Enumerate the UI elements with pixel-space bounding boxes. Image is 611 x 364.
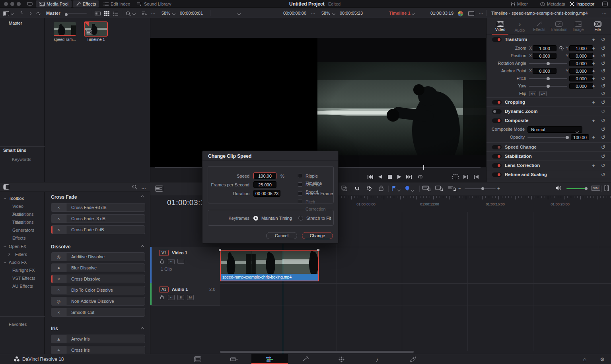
media-zoom-dropdown[interactable] bbox=[173, 8, 175, 18]
rotation-slider[interactable] bbox=[529, 63, 567, 64]
transition-item[interactable]: +Cross Iris bbox=[51, 346, 145, 354]
reset-icon[interactable]: ↺ bbox=[601, 116, 605, 125]
transition-item[interactable]: ●Blur Dissolve bbox=[51, 263, 145, 272]
transform-section-header[interactable]: Transform ◆ ↺ bbox=[486, 35, 611, 44]
video-track-badge[interactable]: V1 bbox=[159, 250, 169, 256]
media-page-button[interactable] bbox=[190, 355, 206, 364]
tab-transition[interactable]: Transition bbox=[549, 18, 568, 35]
pitch-slider[interactable] bbox=[529, 78, 567, 79]
zoom-in-button[interactable]: + bbox=[497, 186, 500, 191]
inspector-options-menu[interactable] bbox=[602, 8, 607, 18]
usage-filter-icon[interactable] bbox=[36, 8, 41, 18]
fusion-page-button[interactable] bbox=[298, 355, 313, 364]
marker-color-dropdown[interactable] bbox=[411, 187, 414, 192]
collapse-section-icon[interactable] bbox=[141, 245, 144, 248]
transition-item[interactable]: ×Cross Dissolve bbox=[51, 275, 145, 283]
loop-button[interactable] bbox=[417, 173, 424, 180]
anchor-y-input[interactable]: 0.000 bbox=[569, 68, 593, 74]
cropping-enable-toggle[interactable] bbox=[492, 100, 502, 105]
media-pool-options-menu[interactable] bbox=[151, 8, 156, 18]
clip-left-handle[interactable] bbox=[219, 249, 221, 251]
collapse-panels-button[interactable] bbox=[599, 0, 611, 8]
keyframe-icon[interactable]: ◆ bbox=[592, 67, 595, 75]
media-pool-toggle-button[interactable]: Media Pool bbox=[36, 0, 72, 8]
tree-item-open-fx[interactable]: Open FX bbox=[0, 242, 45, 250]
lens-correction-enable-toggle[interactable] bbox=[492, 163, 502, 168]
transition-item[interactable]: ∴Dip To Color Dissolve bbox=[51, 286, 145, 294]
snapping-button[interactable] bbox=[354, 185, 360, 192]
sort-button[interactable] bbox=[142, 8, 147, 18]
cropping-section-header[interactable]: Cropping ◆ ↺ bbox=[486, 97, 611, 106]
reset-icon[interactable]: ↺ bbox=[601, 98, 605, 107]
retime-scaling-enable-toggle[interactable] bbox=[492, 172, 502, 177]
media-zoom-level[interactable]: 58% bbox=[162, 8, 170, 18]
reset-icon[interactable]: ↺ bbox=[601, 75, 605, 82]
audio-monitor-button[interactable] bbox=[555, 185, 562, 192]
reset-icon[interactable]: ↺ bbox=[601, 126, 605, 133]
fairlight-page-button[interactable]: ♪ bbox=[369, 355, 385, 364]
reset-icon[interactable]: ↺ bbox=[601, 161, 605, 170]
timeline-clip[interactable]: speed-ramp-example-chris-boxing.mp4 bbox=[220, 250, 319, 281]
tree-item-audio-transitions[interactable]: Audio Transitions bbox=[0, 210, 45, 218]
window-minimize-button[interactable] bbox=[10, 2, 14, 6]
speed-change-section-header[interactable]: Speed Change ↺ bbox=[486, 142, 611, 151]
effects-toggle-button[interactable]: Effects bbox=[73, 0, 99, 8]
settings-button[interactable]: ⚙ bbox=[594, 355, 610, 364]
mark-in-button[interactable] bbox=[462, 173, 469, 180]
mixer-toggle-button[interactable]: Mixer bbox=[508, 0, 531, 8]
panel-layout-button[interactable] bbox=[3, 8, 9, 18]
stabilization-section-header[interactable]: Stabilization ↺ bbox=[486, 151, 611, 161]
meters-panel-button[interactable] bbox=[604, 185, 609, 192]
tree-item-titles[interactable]: Titles bbox=[0, 218, 45, 226]
dynamic-zoom-section-header[interactable]: Dynamic Zoom ↺ bbox=[486, 106, 611, 116]
reverse-speed-checkbox[interactable] bbox=[298, 182, 302, 187]
search-button[interactable] bbox=[126, 8, 131, 18]
transition-item[interactable]: ×Cross Fade +3 dB bbox=[51, 203, 145, 212]
collapse-section-icon[interactable] bbox=[141, 195, 144, 198]
keyframe-icon[interactable]: ◆ bbox=[592, 35, 595, 44]
video-track-header[interactable]: V1 Video 1 ‹› 1 Clip bbox=[150, 247, 220, 283]
transition-item[interactable]: ×Cross Fade -3 dB bbox=[51, 214, 145, 223]
cut-page-button[interactable] bbox=[226, 355, 242, 364]
effects-search-button[interactable] bbox=[132, 184, 137, 190]
keyframe-icon[interactable]: ◆ bbox=[592, 116, 595, 125]
maintain-timing-radio[interactable] bbox=[253, 216, 258, 221]
yaw-slider[interactable] bbox=[529, 86, 567, 87]
change-button[interactable]: Change bbox=[302, 232, 333, 239]
keyframe-icon[interactable]: ◆ bbox=[592, 52, 595, 60]
track-lock-button[interactable] bbox=[160, 294, 164, 300]
sound-library-toggle-button[interactable]: Sound Library bbox=[134, 0, 175, 8]
keyframe-icon[interactable]: ◆ bbox=[592, 161, 595, 170]
lens-correction-section-header[interactable]: Lens Correction ◆ ↺ bbox=[486, 161, 611, 170]
custom-zoom-button[interactable] bbox=[448, 186, 457, 192]
play-reverse-button[interactable] bbox=[377, 173, 384, 180]
keyframe-icon[interactable]: ◆ bbox=[592, 60, 595, 67]
dynamic-zoom-enable-toggle[interactable] bbox=[492, 109, 502, 114]
go-to-start-button[interactable] bbox=[367, 173, 374, 180]
tree-item-filters[interactable]: Filters bbox=[0, 250, 45, 258]
clip-right-handle[interactable] bbox=[317, 249, 319, 251]
retime-scaling-section-header[interactable]: Retime and Scaling ↺ bbox=[486, 170, 611, 179]
tab-image[interactable]: Image bbox=[568, 18, 588, 35]
color-page-button[interactable] bbox=[333, 355, 349, 364]
marker-button[interactable] bbox=[405, 186, 410, 192]
track-lock-button[interactable] bbox=[160, 259, 164, 264]
auto-select-button[interactable]: ‹› bbox=[168, 259, 175, 264]
tree-item-vst-effects[interactable]: VST Effects bbox=[0, 274, 45, 282]
play-button[interactable] bbox=[396, 173, 403, 180]
edit-index-toggle-button[interactable]: Edit Index bbox=[100, 0, 133, 8]
effects-panel-toggle-button[interactable] bbox=[3, 184, 9, 190]
track-destination-button[interactable] bbox=[177, 259, 184, 264]
volume-slider[interactable] bbox=[566, 188, 587, 189]
stretch-to-fit-radio[interactable] bbox=[298, 216, 303, 221]
flip-vertical-button[interactable]: ▴/▾ bbox=[539, 91, 547, 96]
stabilization-enable-toggle[interactable] bbox=[492, 154, 502, 159]
flag-button[interactable] bbox=[391, 186, 397, 192]
timeline-view-options-button[interactable] bbox=[155, 186, 163, 192]
reset-icon[interactable]: ↺ bbox=[601, 143, 605, 152]
window-close-button[interactable] bbox=[4, 2, 8, 6]
tree-item-au-effects[interactable]: AU Effects bbox=[0, 282, 45, 290]
transition-item[interactable]: ▲Arrow Iris bbox=[51, 335, 145, 343]
go-to-end-button[interactable] bbox=[405, 173, 413, 180]
bin-view-dropdown[interactable] bbox=[11, 8, 14, 18]
